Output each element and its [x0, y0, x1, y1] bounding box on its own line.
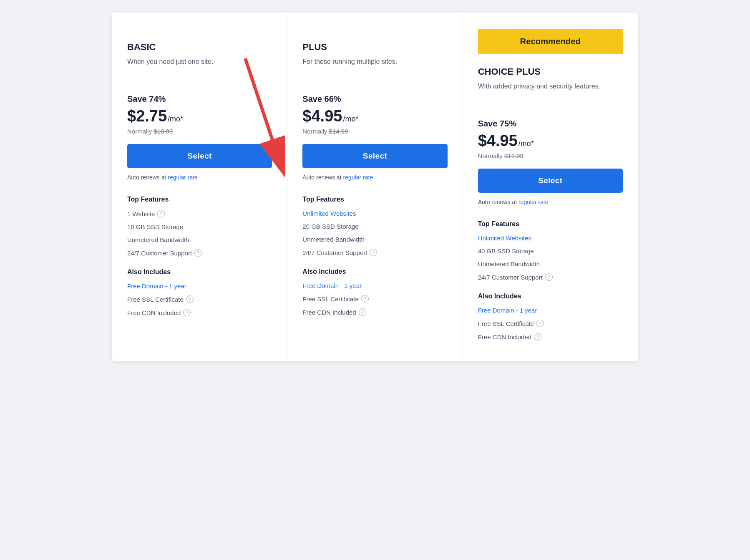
also-includes-item-basic-0: Free Domain - 1 year: [127, 283, 272, 290]
also-includes-text-plus-2: Free CDN Included: [302, 309, 356, 316]
also-includes-item-choice-plus-1: Free SSL Certificate?: [478, 320, 623, 327]
select-button-plus[interactable]: Select: [302, 144, 447, 168]
price-basic: $2.75: [127, 107, 167, 125]
also-includes-text-choice-plus-1: Free SSL Certificate: [478, 320, 534, 327]
also-includes-item-plus-2: Free CDN Included?: [302, 308, 447, 316]
recommended-badge: Recommended: [478, 29, 623, 54]
save-label-plus: Save 66%: [302, 94, 447, 104]
original-price-basic: $10.99: [154, 128, 173, 135]
price-per-plus: /mo*: [343, 115, 358, 124]
feature-text-plus-2: Unmetered Bandwidth: [302, 236, 364, 243]
plan-card-choice-plus: Recommended CHOICE PLUS With added priva…: [463, 13, 638, 361]
feature-item-choice-plus-0: Unlimited Websites: [478, 235, 623, 242]
plan-name-basic: BASIC: [127, 42, 272, 53]
feature-item-plus-1: 20 GB SSD Storage: [302, 223, 447, 230]
also-includes-label-choice-plus: Also Includes: [478, 293, 623, 300]
also-includes-text-basic-1: Free SSL Certificate: [127, 296, 184, 303]
also-includes-section-basic: Also IncludesFree Domain - 1 yearFree SS…: [127, 268, 272, 316]
also-includes-item-plus-1: Free SSL Certificate?: [302, 295, 447, 303]
top-features-label-plus: Top Features: [302, 196, 447, 203]
regular-rate-link-choice-plus[interactable]: regular rate: [518, 199, 549, 205]
feature-text-basic-3: 24/7 Customer Support: [127, 250, 192, 257]
feature-item-plus-2: Unmetered Bandwidth: [302, 236, 447, 243]
top-features-label-basic: Top Features: [127, 196, 272, 203]
feature-text-basic-0: 1 Website: [127, 210, 155, 217]
feature-item-choice-plus-3: 24/7 Customer Support?: [478, 273, 623, 281]
price-row-choice-plus: $4.95 /mo*: [478, 132, 623, 150]
feature-text-choice-plus-3: 24/7 Customer Support: [478, 274, 543, 281]
price-plus: $4.95: [302, 107, 342, 125]
also-includes-item-choice-plus-0: Free Domain - 1 year: [478, 307, 623, 314]
original-price-choice-plus: $19.99: [504, 152, 523, 159]
plan-description-choice-plus: With added privacy and security features…: [478, 81, 623, 102]
help-icon-plus-also-2[interactable]: ?: [359, 308, 366, 316]
also-includes-text-plus-1: Free SSL Certificate: [302, 295, 359, 303]
top-features-label-choice-plus: Top Features: [478, 220, 623, 228]
help-icon-basic-also-1[interactable]: ?: [186, 295, 194, 303]
plan-name-choice-plus: CHOICE PLUS: [478, 66, 623, 77]
help-icon-plus-also-1[interactable]: ?: [361, 295, 369, 303]
also-includes-text-choice-plus-2: Free CDN Included: [478, 333, 531, 341]
also-includes-text-basic-2: Free CDN Included: [127, 309, 181, 316]
plan-description-basic: When you need just one site.: [127, 57, 272, 78]
normally-row-basic: Normally $10.99: [127, 128, 272, 135]
also-includes-label-basic: Also Includes: [127, 268, 272, 276]
normally-row-choice-plus: Normally $19.99: [478, 152, 623, 159]
select-button-basic[interactable]: Select: [127, 144, 272, 168]
feature-text-choice-plus-1: 40 GB SSD Storage: [478, 247, 534, 255]
feature-item-basic-3: 24/7 Customer Support?: [127, 249, 272, 257]
feature-text-basic-1: 10 GB SSD Storage: [127, 223, 183, 230]
plan-card-plus: PLUS For those running multiple sites. S…: [287, 13, 463, 361]
help-icon-choice-plus-also-1[interactable]: ?: [536, 320, 544, 327]
help-icon-basic-feature-0[interactable]: ?: [157, 210, 165, 217]
feature-item-choice-plus-1: 40 GB SSD Storage: [478, 247, 623, 255]
price-per-basic: /mo*: [168, 115, 183, 124]
also-includes-item-basic-1: Free SSL Certificate?: [127, 295, 272, 303]
auto-renew-choice-plus: Auto renews at regular rate: [478, 199, 623, 205]
feature-item-basic-1: 10 GB SSD Storage: [127, 223, 272, 230]
feature-item-basic-2: Unmetered Bandwidth: [127, 236, 272, 243]
feature-text-plus-1: 20 GB SSD Storage: [302, 223, 358, 230]
also-includes-link-basic-0[interactable]: Free Domain - 1 year: [127, 283, 186, 290]
normally-row-plus: Normally $14.99: [302, 128, 447, 135]
feature-item-plus-3: 24/7 Customer Support?: [302, 249, 447, 256]
also-includes-link-choice-plus-0[interactable]: Free Domain - 1 year: [478, 307, 537, 314]
auto-renew-basic: Auto renews at regular rate: [127, 174, 272, 181]
feature-item-basic-0: 1 Website?: [127, 210, 272, 217]
also-includes-link-plus-0[interactable]: Free Domain - 1 year: [302, 282, 362, 289]
help-icon-basic-feature-3[interactable]: ?: [194, 249, 202, 257]
pricing-container: BASIC When you need just one site. Save …: [112, 13, 638, 361]
feature-text-plus-3: 24/7 Customer Support: [302, 249, 367, 256]
price-per-choice-plus: /mo*: [518, 139, 534, 148]
also-includes-section-plus: Also IncludesFree Domain - 1 yearFree SS…: [302, 268, 447, 316]
also-includes-item-choice-plus-2: Free CDN Included?: [478, 333, 623, 341]
feature-item-choice-plus-2: Unmetered Bandwidth: [478, 260, 623, 267]
price-row-basic: $2.75 /mo*: [127, 107, 272, 125]
help-icon-choice-plus-feature-3[interactable]: ?: [545, 273, 553, 281]
plan-card-basic: BASIC When you need just one site. Save …: [112, 13, 287, 361]
feature-text-choice-plus-2: Unmetered Bandwidth: [478, 260, 540, 267]
help-icon-plus-feature-3[interactable]: ?: [370, 249, 377, 256]
feature-link-choice-plus-0[interactable]: Unlimited Websites: [478, 235, 531, 242]
help-icon-choice-plus-also-2[interactable]: ?: [534, 333, 541, 341]
select-button-choice-plus[interactable]: Select: [478, 169, 623, 193]
price-row-plus: $4.95 /mo*: [302, 107, 447, 125]
also-includes-item-plus-0: Free Domain - 1 year: [302, 282, 447, 289]
save-label-choice-plus: Save 75%: [478, 119, 623, 129]
auto-renew-plus: Auto renews at regular rate: [302, 174, 447, 181]
also-includes-item-basic-2: Free CDN Included?: [127, 309, 272, 316]
help-icon-basic-also-2[interactable]: ?: [183, 309, 191, 316]
also-includes-label-plus: Also Includes: [302, 268, 447, 275]
feature-item-plus-0: Unlimited Websites: [302, 210, 447, 217]
plan-description-plus: For those running multiple sites.: [302, 57, 447, 78]
save-label-basic: Save 74%: [127, 94, 272, 104]
original-price-plus: $14.99: [329, 128, 348, 135]
feature-link-plus-0[interactable]: Unlimited Websites: [302, 210, 356, 217]
regular-rate-link-basic[interactable]: regular rate: [168, 174, 198, 181]
plan-name-plus: PLUS: [302, 42, 447, 53]
regular-rate-link-plus[interactable]: regular rate: [343, 174, 373, 181]
also-includes-section-choice-plus: Also IncludesFree Domain - 1 yearFree SS…: [478, 293, 623, 341]
price-choice-plus: $4.95: [478, 132, 518, 150]
feature-text-basic-2: Unmetered Bandwidth: [127, 236, 189, 243]
